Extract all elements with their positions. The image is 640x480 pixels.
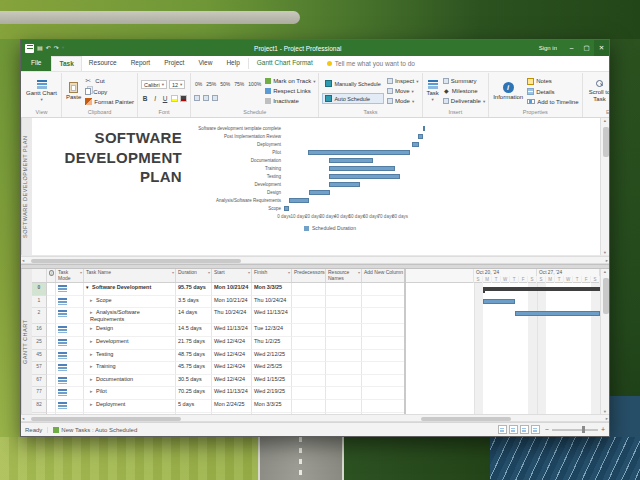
resource_names-cell[interactable] <box>326 324 362 337</box>
row-id[interactable]: 67 <box>32 375 47 388</box>
finish-cell[interactable]: Wed 2/19/25 <box>252 387 292 400</box>
row-id[interactable]: 2 <box>32 308 47 324</box>
task-mode-cell[interactable] <box>56 375 84 388</box>
auto-schedule-button[interactable]: Auto Schedule <box>322 93 383 104</box>
column-header-add_new_column[interactable]: Add New Column <box>362 269 406 282</box>
undo-icon[interactable]: ↶ <box>46 40 51 56</box>
tab-resource[interactable]: Resource <box>82 56 124 71</box>
percent-75-button[interactable]: 75% <box>233 81 245 87</box>
percent-50-button[interactable]: 50% <box>219 81 231 87</box>
scrollbar-thumb[interactable] <box>31 417 181 421</box>
column-header-finish[interactable]: Finish▾ <box>252 269 292 282</box>
start-cell[interactable]: Wed 12/4/24 <box>212 337 252 350</box>
task-mode-cell[interactable] <box>56 337 84 350</box>
duration-cell[interactable]: 45.75 days <box>176 362 212 375</box>
task-name-cell[interactable]: ▸Deployment <box>84 400 176 413</box>
resource_names-cell[interactable] <box>326 296 362 309</box>
task-mode-cell[interactable] <box>56 324 84 337</box>
task-mode-cell[interactable] <box>56 387 84 400</box>
view-task-usage-button[interactable] <box>509 425 518 434</box>
sign-in-button[interactable]: Sign in <box>539 45 557 51</box>
zoom-out-icon[interactable]: − <box>545 425 549 435</box>
resource_names-cell[interactable] <box>326 362 362 375</box>
redo-icon[interactable]: ↷ <box>54 40 59 56</box>
finish-cell[interactable]: Wed 2/5/25 <box>252 362 292 375</box>
unlink-tasks-icon[interactable] <box>203 95 209 101</box>
table-row[interactable]: 82▸Deployment5 daysMon 2/24/25Mon 3/3/25 <box>32 400 404 413</box>
finish-cell[interactable]: Thu 1/2/25 <box>252 337 292 350</box>
scroll-to-task-button[interactable]: Scroll to Task <box>586 74 609 108</box>
predecessors-cell[interactable] <box>292 350 326 363</box>
duration-cell[interactable]: 14.5 days <box>176 324 212 337</box>
resource_names-cell[interactable] <box>326 308 362 324</box>
finish-cell[interactable]: Wed 2/12/25 <box>252 350 292 363</box>
duration-cell[interactable]: 95.75 days <box>176 283 212 296</box>
task-mode-cell[interactable] <box>56 296 84 309</box>
percent-100-button[interactable]: 100% <box>247 81 262 87</box>
italic-button[interactable]: I <box>151 95 159 102</box>
scrollbar-thumb[interactable] <box>603 127 609 157</box>
mode-button[interactable]: Mode▾ <box>387 98 419 104</box>
scroll-right-icon[interactable]: ▸ <box>606 415 608 422</box>
inactivate-button[interactable]: Inactivate <box>265 98 315 104</box>
predecessors-cell[interactable] <box>292 375 326 388</box>
finish-cell[interactable]: Mon 3/3/25 <box>252 400 292 413</box>
highlight-color-button[interactable] <box>171 95 178 102</box>
cut-button[interactable]: ✂Cut <box>85 77 134 85</box>
tab-report[interactable]: Report <box>124 56 158 71</box>
task-mode-cell[interactable] <box>56 283 84 296</box>
gantt-chart-button[interactable]: Gantt Chart ▾ <box>25 74 58 108</box>
row-id[interactable]: 45 <box>32 350 47 363</box>
add_new_column-cell[interactable] <box>362 337 404 350</box>
add_new_column-cell[interactable] <box>362 324 404 337</box>
scrollbar-thumb[interactable] <box>31 259 241 263</box>
link-tasks-icon[interactable] <box>194 95 200 101</box>
scroll-up-icon[interactable]: ▴ <box>601 118 609 123</box>
tab-file[interactable]: File <box>21 56 51 71</box>
finish-cell[interactable]: Wed 11/13/24 <box>252 308 292 324</box>
predecessors-cell[interactable] <box>292 296 326 309</box>
duration-cell[interactable]: 21.75 days <box>176 337 212 350</box>
paste-button[interactable]: Paste <box>65 74 82 108</box>
tab-help[interactable]: Help <box>219 56 246 71</box>
column-header-task_mode[interactable]: Task Mode▾ <box>56 269 84 282</box>
duration-cell[interactable]: 5 days <box>176 400 212 413</box>
resource_names-cell[interactable] <box>326 387 362 400</box>
underline-button[interactable]: U <box>161 95 169 102</box>
percent-25-button[interactable]: 25% <box>205 81 217 87</box>
task-mode-cell[interactable] <box>56 308 84 324</box>
bold-button[interactable]: B <box>141 95 149 102</box>
close-icon[interactable]: ✕ <box>594 40 609 56</box>
zoom-in-icon[interactable]: + <box>601 425 605 435</box>
row-id[interactable]: 1 <box>32 296 47 309</box>
task-name-cell[interactable]: ▾Software Development <box>84 283 176 296</box>
predecessors-cell[interactable] <box>292 308 326 324</box>
start-cell[interactable]: Wed 12/4/24 <box>212 350 252 363</box>
task-name-cell[interactable]: ▸Development <box>84 337 176 350</box>
duration-cell[interactable]: 48.75 days <box>176 350 212 363</box>
predecessors-cell[interactable] <box>292 362 326 375</box>
add-to-timeline-button[interactable]: Add to Timeline <box>527 99 578 105</box>
task-name-cell[interactable]: ▸Training <box>84 362 176 375</box>
task-name-cell[interactable]: ▸Design <box>84 324 176 337</box>
finish-cell[interactable]: Mon 3/3/25 <box>252 283 292 296</box>
column-header-predecessors[interactable]: Predecessors▾ <box>292 269 326 282</box>
milestone-button[interactable]: ◆Milestone <box>443 88 485 95</box>
table-row[interactable]: 67▸Documentation30.5 daysWed 12/4/24Wed … <box>32 375 404 388</box>
add_new_column-cell[interactable] <box>362 387 404 400</box>
tab-view[interactable]: View <box>191 56 219 71</box>
view-resource-sheet-button[interactable] <box>531 425 540 434</box>
report-horizontal-scrollbar[interactable]: ◂ ▸ <box>21 256 609 264</box>
scroll-down-icon[interactable]: ▾ <box>601 250 609 255</box>
scrollbar-thumb[interactable] <box>603 278 609 314</box>
tab-project[interactable]: Project <box>157 56 191 71</box>
column-header-duration[interactable]: Duration▾ <box>176 269 212 282</box>
information-button[interactable]: i Information <box>492 74 524 108</box>
resource_names-cell[interactable] <box>326 337 362 350</box>
finish-cell[interactable]: Tue 12/3/24 <box>252 324 292 337</box>
task-name-cell[interactable]: ▸Scope <box>84 296 176 309</box>
split-task-icon[interactable] <box>212 95 218 101</box>
table-row[interactable]: 16▸Design14.5 daysWed 11/13/24Tue 12/3/2… <box>32 324 404 337</box>
save-icon[interactable]: ▤ <box>37 40 43 56</box>
add_new_column-cell[interactable] <box>362 308 404 324</box>
